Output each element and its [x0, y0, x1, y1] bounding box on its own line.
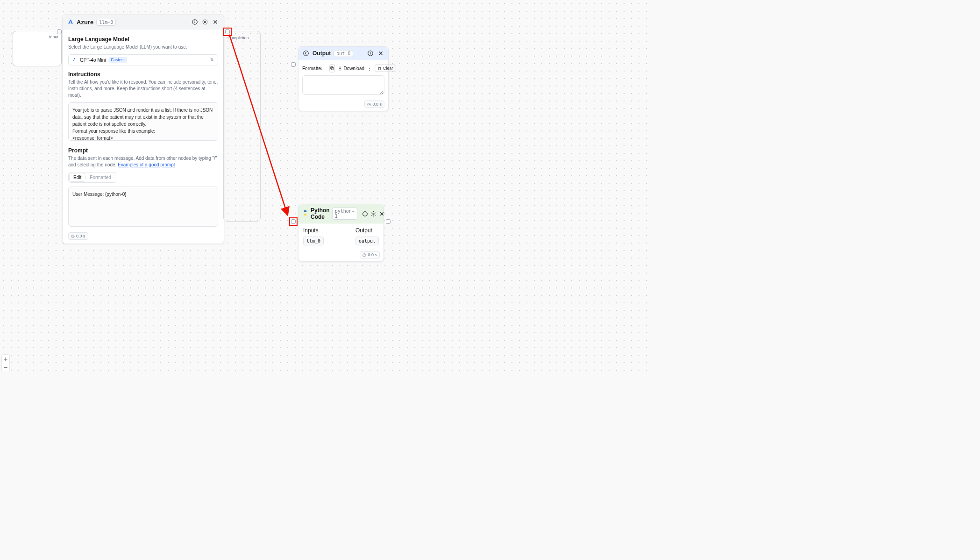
clock-icon: ◷ [71, 234, 75, 238]
tab-formatted[interactable]: Formatted [86, 173, 115, 181]
output-node: Output out-0 Formatted Download ⋮ Clear … [298, 46, 389, 111]
download-button[interactable]: Download [338, 66, 364, 71]
python-node-id-badge: python-1 [332, 208, 357, 220]
svg-rect-14 [330, 67, 333, 69]
model-select[interactable]: GPT-4o Mini Fastest ⇅ [68, 54, 218, 65]
azure-timing: ◷ 0.0 s [68, 232, 88, 240]
zoom-out-button[interactable]: − [2, 363, 9, 372]
download-label: Download [344, 66, 364, 71]
close-icon[interactable] [377, 50, 384, 57]
svg-point-17 [365, 213, 365, 213]
python-output-chip[interactable]: output [355, 237, 379, 245]
port-label-input: Input [49, 35, 58, 39]
zoom-in-button[interactable]: + [2, 355, 9, 363]
python-node: Python Code python-1 Inputs llm_0 Output… [298, 204, 384, 262]
azure-node-id-badge: llm-0 [96, 19, 116, 26]
prompt-subtitle: The data sent in each message. Add data … [68, 155, 218, 168]
zoom-controls: + − [1, 354, 10, 372]
output-node-title: Output [312, 50, 331, 57]
gear-icon[interactable] [201, 18, 209, 26]
svg-point-10 [370, 52, 371, 52]
python-right-port[interactable] [386, 219, 391, 224]
kebab-icon[interactable]: ⋮ [367, 64, 372, 72]
llm-section-title: Large Language Model [68, 36, 218, 43]
completion-placeholder-box [223, 31, 261, 222]
output-timing: ◷ 0.0 s [364, 101, 384, 108]
output-textarea[interactable] [302, 75, 384, 95]
output-node-id-badge: out-0 [334, 50, 353, 57]
python-output-title: Output [355, 227, 379, 234]
azure-node-title: Azure [77, 19, 93, 26]
svg-point-18 [373, 213, 374, 214]
prompt-title: Prompt [68, 147, 218, 154]
instructions-textarea[interactable] [68, 102, 218, 141]
port-label-completion: Completion [227, 36, 249, 40]
tab-edit[interactable]: Edit [70, 173, 85, 181]
svg-point-7 [304, 51, 309, 56]
azure-logo-icon [67, 19, 74, 25]
info-icon[interactable] [191, 18, 199, 26]
svg-rect-13 [331, 67, 334, 70]
red-highlight-python-input [289, 217, 298, 226]
canvas[interactable]: Azure llm-0 Large Language Model Select … [0, 0, 653, 373]
chevron-updown-icon: ⇅ [210, 57, 214, 62]
python-input-chip[interactable]: llm_0 [303, 237, 324, 245]
gear-icon[interactable] [370, 210, 376, 217]
instructions-title: Instructions [68, 71, 218, 78]
output-node-header[interactable]: Output out-0 [298, 47, 388, 60]
info-icon[interactable] [362, 210, 368, 217]
azure-logo-icon [72, 57, 77, 63]
svg-point-3 [204, 21, 206, 23]
model-tag: Fastest [109, 57, 128, 63]
prompt-examples-link[interactable]: Examples of a good prompt [118, 162, 175, 167]
azure-node-header[interactable]: Azure llm-0 [63, 15, 224, 29]
formatted-label: Formatted [302, 66, 324, 71]
info-icon[interactable] [367, 50, 374, 57]
python-node-header[interactable]: Python Code python-1 [298, 204, 383, 223]
python-node-title: Python Code [311, 207, 330, 220]
llm-section-subtitle: Select the Large Language Model (LLM) yo… [68, 44, 218, 50]
back-arrow-icon[interactable] [302, 50, 310, 57]
python-timing-text: 0.0 s [368, 252, 377, 257]
python-timing: ◷ 0.0 s [360, 251, 380, 258]
close-icon[interactable] [212, 18, 219, 26]
svg-point-2 [195, 21, 195, 21]
instructions-subtitle: Tell the AI how you'd like it to respond… [68, 79, 218, 99]
prompt-tabs: Edit Formatted [68, 172, 116, 183]
model-name: GPT-4o Mini [80, 57, 106, 63]
copy-icon[interactable] [329, 64, 335, 72]
clock-icon: ◷ [362, 252, 366, 257]
output-left-port[interactable] [291, 62, 296, 67]
clear-button[interactable]: Clear [375, 65, 396, 72]
prompt-textarea[interactable] [68, 187, 218, 227]
azure-input-port[interactable] [57, 29, 62, 34]
clock-icon: ◷ [367, 102, 371, 107]
python-inputs-title: Inputs [303, 227, 324, 234]
clear-label: Clear [383, 66, 393, 71]
output-timing-text: 0.0 s [372, 102, 382, 107]
red-highlight-azure-output [223, 28, 232, 36]
close-icon[interactable] [379, 210, 385, 217]
python-logo-icon [302, 209, 308, 218]
azure-node: Azure llm-0 Large Language Model Select … [62, 14, 224, 244]
azure-timing-text: 0.0 s [76, 234, 85, 238]
